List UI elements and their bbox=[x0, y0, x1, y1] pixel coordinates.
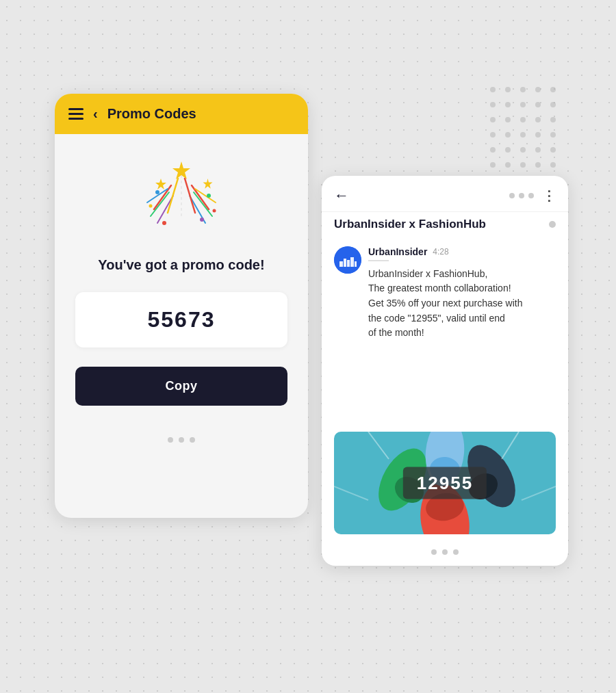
copy-button[interactable]: Copy bbox=[75, 367, 287, 406]
svg-line-6 bbox=[151, 192, 169, 216]
svg-point-18 bbox=[149, 204, 153, 207]
promo-image-bg: 12955 bbox=[334, 432, 556, 534]
page-title: Promo Codes bbox=[107, 106, 196, 122]
fireworks-illustration bbox=[133, 155, 229, 244]
svg-point-15 bbox=[207, 194, 211, 198]
svg-line-4 bbox=[154, 185, 171, 209]
decorative-dot-grid bbox=[490, 87, 561, 173]
chat-title-row: UrbanInsider x FashionHub bbox=[322, 212, 568, 239]
sender-name-row: UrbanInsider 4:28 bbox=[368, 246, 522, 257]
phone-content: You've got a promo code! 55673 Copy bbox=[55, 134, 308, 426]
promo-code-box: 55673 bbox=[75, 292, 287, 348]
chat-phone-card: ← ⋮ UrbanInsider x FashionHub bbox=[322, 176, 568, 566]
chat-status-dots bbox=[509, 193, 534, 198]
chat-message-area: UrbanInsider 4:28 UrbanInsider x Fashion… bbox=[322, 239, 568, 425]
svg-line-13 bbox=[185, 179, 195, 213]
hamburger-icon[interactable] bbox=[68, 108, 84, 120]
message-time: 4:28 bbox=[433, 247, 448, 257]
more-options-icon[interactable]: ⋮ bbox=[542, 187, 556, 204]
svg-point-19 bbox=[213, 209, 216, 212]
back-arrow-icon[interactable]: ‹ bbox=[93, 106, 98, 122]
svg-line-8 bbox=[192, 185, 209, 209]
chat-header: ← ⋮ bbox=[322, 176, 568, 212]
promo-image-box: 12955 bbox=[334, 432, 556, 534]
phone-1-indicator-dots bbox=[55, 426, 308, 456]
promo-headline: You've got a promo code! bbox=[98, 257, 264, 273]
svg-rect-26 bbox=[338, 267, 358, 269]
sender-info: UrbanInsider 4:28 UrbanInsider x Fashion… bbox=[368, 246, 522, 341]
chat-online-status bbox=[549, 221, 556, 228]
phone-2-indicator-dots bbox=[322, 541, 568, 566]
chat-title: UrbanInsider x FashionHub bbox=[334, 218, 486, 231]
promo-code-value: 55673 bbox=[148, 307, 216, 332]
svg-rect-24 bbox=[350, 257, 354, 268]
promo-code-overlay: 12955 bbox=[403, 467, 487, 499]
svg-point-17 bbox=[200, 218, 204, 222]
svg-rect-22 bbox=[344, 259, 346, 268]
message-row: UrbanInsider 4:28 UrbanInsider x Fashion… bbox=[334, 246, 556, 341]
svg-point-16 bbox=[162, 221, 166, 225]
svg-point-14 bbox=[155, 190, 159, 194]
phone-header: ‹ Promo Codes bbox=[55, 94, 308, 134]
message-body: UrbanInsider x FashionHub,The greatest m… bbox=[368, 267, 522, 341]
svg-marker-2 bbox=[155, 179, 166, 189]
message-divider bbox=[368, 260, 389, 261]
svg-line-12 bbox=[168, 179, 178, 213]
svg-marker-1 bbox=[203, 179, 213, 189]
avatar bbox=[334, 246, 361, 274]
sender-name: UrbanInsider bbox=[368, 246, 427, 257]
chat-back-icon[interactable]: ← bbox=[334, 187, 349, 205]
promo-code-phone-card: ‹ Promo Codes bbox=[55, 94, 308, 518]
